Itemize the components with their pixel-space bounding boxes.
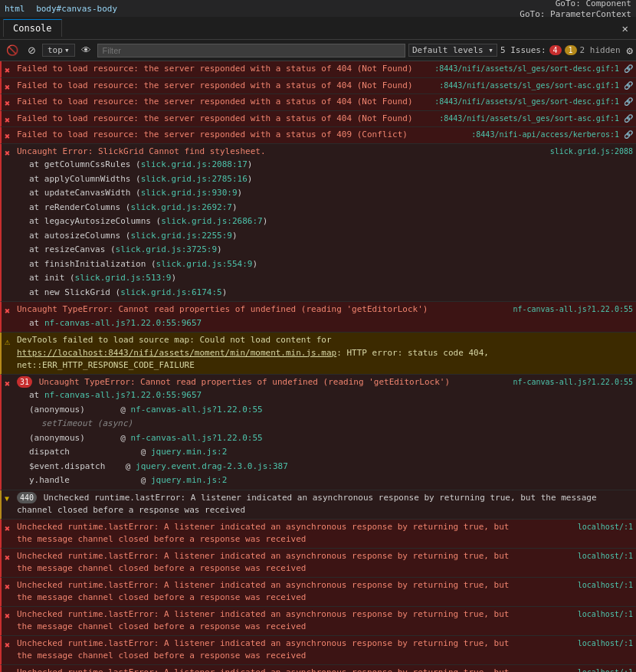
stacktrace-line: $event.dispatch @ jquery.event.drag-2.3.… xyxy=(29,460,633,474)
error-message: Failed to load resource: the server resp… xyxy=(17,113,413,123)
triangle-icon: ▼ xyxy=(5,493,9,504)
stacktrace-link[interactable]: slick.grid.js:2686:7 xyxy=(161,216,262,226)
error-icon: ✖ xyxy=(5,638,10,652)
stacktrace-link[interactable]: slick.grid.js:513:9 xyxy=(75,273,172,283)
error-link[interactable]: :8443/nifi/assets/sl_ges/sort-asc.gif:1 … xyxy=(439,113,633,124)
breadcrumb-sep xyxy=(28,4,34,14)
error-message: Uncaught TypeError: Cannot read properti… xyxy=(39,377,450,387)
repeat-count-badge: 31 xyxy=(17,376,32,388)
stacktrace-link[interactable]: slick.grid.js:2255:9 xyxy=(130,231,231,241)
default-levels-selector[interactable]: Default levels ▾ xyxy=(408,44,497,57)
stacktrace-line: at finishInitialization (slick.grid.js:5… xyxy=(29,257,633,272)
breadcrumb-html[interactable]: html xyxy=(5,4,25,14)
log-entry-404-1: ✖ Failed to load resource: the server re… xyxy=(0,61,636,78)
console-content: ✖ Failed to load resource: the server re… xyxy=(0,61,636,672)
preserve-log-button[interactable]: 👁 xyxy=(78,43,94,57)
devtools-header: Console ✕ xyxy=(0,17,636,40)
error-message: Unchecked runtime.lastError: A listener … xyxy=(17,580,509,590)
error-link[interactable]: localhost/:1 xyxy=(578,667,633,673)
goto-component[interactable]: GoTo: Component xyxy=(556,0,631,8)
stacktrace: at getColumnCssRules (slick.grid.js:2088… xyxy=(17,158,633,300)
error-link[interactable]: localhost/:1 xyxy=(578,608,633,620)
log-entry-409: ✖ Failed to load resource: the server re… xyxy=(0,127,636,144)
goto-parameter-context[interactable]: GoTo: ParameterContext xyxy=(520,9,631,19)
console-tab[interactable]: Console xyxy=(3,19,62,37)
error-link[interactable]: localhost/:1 xyxy=(578,579,633,591)
error-message: Failed to load resource: the server resp… xyxy=(17,80,413,90)
log-entry-slickgrid: ✖ Uncaught Error: SlickGrid Cannot find … xyxy=(0,144,636,303)
log-entry-runtime-3: ✖ Unchecked runtime.lastError: A listene… xyxy=(0,578,636,607)
error-link[interactable]: slick.grid.js:2088 xyxy=(550,146,633,157)
error-link[interactable]: :8443/nifi/assets/sl_ges/sort-desc.gif:1… xyxy=(434,96,633,107)
error-link[interactable]: localhost/:1 xyxy=(578,521,633,533)
close-button[interactable]: ✕ xyxy=(618,22,633,34)
error-icon: ✖ xyxy=(5,667,10,673)
filter-input[interactable] xyxy=(97,44,405,57)
log-entry-404-2: ✖ Failed to load resource: the server re… xyxy=(0,78,636,95)
stacktrace-link[interactable]: nf-canvas-all.js?1.22.0:55 xyxy=(130,405,262,415)
stacktrace-line: at init (slick.grid.js:513:9) xyxy=(29,271,633,286)
log-entry-typeerror-31: ✖ 31 Uncaught TypeError: Cannot read pro… xyxy=(0,375,636,490)
stacktrace-line: (anonymous) @ nf-canvas-all.js?1.22.0:55 xyxy=(29,431,633,446)
stacktrace-link[interactable]: jquery.min.js:2 xyxy=(151,475,227,485)
error-message: Unchecked runtime.lastError: A listener … xyxy=(17,522,509,532)
error-message: Unchecked runtime.lastError: A listener … xyxy=(17,551,509,561)
chevron-down-icon: ▾ xyxy=(64,45,70,55)
error-second-line: the message channel closed before a resp… xyxy=(17,533,633,546)
stacktrace-link[interactable]: slick.grid.js:6174:5 xyxy=(120,287,221,297)
log-entry-runtime-4: ✖ Unchecked runtime.lastError: A listene… xyxy=(0,607,636,636)
error-icon: ✖ xyxy=(5,97,10,110)
hidden-count-badge: 2 hidden xyxy=(580,45,621,55)
error-link[interactable]: :8443/nifi/assets/sl_ges/sort-asc.gif:1 … xyxy=(439,80,633,91)
stacktrace-line: at applyColumnWidths (slick.grid.js:2785… xyxy=(29,172,633,187)
warn-count-badge[interactable]: 1 xyxy=(565,45,577,55)
error-link[interactable]: :8443/nifi-api/access/kerberos:1 🔗 xyxy=(471,129,633,140)
breadcrumb-body[interactable]: body#canvas-body xyxy=(36,4,117,14)
error-link[interactable]: nf-canvas-all.js?1.22.0:55 xyxy=(513,303,633,315)
stacktrace-line: (anonymous) @ nf-canvas-all.js?1.22.0:55 xyxy=(29,403,633,418)
stacktrace-line: dispatch @ jquery.min.js:2 xyxy=(29,445,633,460)
stacktrace-link[interactable]: slick.grid.js:2088:17 xyxy=(141,159,248,169)
stacktrace-line: at reRenderColumns (slick.grid.js:2692:7… xyxy=(29,201,633,215)
stacktrace-line: at getColumnCssRules (slick.grid.js:2088… xyxy=(29,158,633,172)
error-message: Uncaught TypeError: Cannot read properti… xyxy=(17,304,428,314)
stacktrace-line: at autosizeColumns (slick.grid.js:2255:9… xyxy=(29,229,633,244)
error-second-line: the message channel closed before a resp… xyxy=(17,592,633,605)
stacktrace-line: at updateCanvasWidth (slick.grid.js:930:… xyxy=(29,186,633,201)
settings-gear-icon[interactable]: ⚙ xyxy=(627,44,633,57)
stacktrace-link[interactable]: jquery.min.js:2 xyxy=(151,447,227,457)
stacktrace-link[interactable]: slick.grid.js:2785:16 xyxy=(141,174,248,184)
stacktrace-link[interactable]: nf-canvas-all.js?1.22.0:55:9657 xyxy=(44,390,202,400)
error-link[interactable]: localhost/:1 xyxy=(578,638,633,649)
default-levels-label: Default levels xyxy=(412,45,484,55)
filter-toggle-button[interactable]: ⊘ xyxy=(25,43,39,57)
stacktrace-link[interactable]: nf-canvas-all.js?1.22.0:55 xyxy=(130,433,262,443)
error-count-badge[interactable]: 4 xyxy=(549,45,562,55)
stacktrace-link[interactable]: slick.grid.js:2692:7 xyxy=(130,202,231,212)
stacktrace-line: at legacyAutosizeColumns (slick.grid.js:… xyxy=(29,215,633,229)
clear-console-button[interactable]: 🚫 xyxy=(3,43,21,57)
sourcemap-link[interactable]: https://localhost:8443/nifi/assets/momen… xyxy=(17,348,336,358)
error-link[interactable]: localhost/:1 xyxy=(578,550,633,562)
top-label-text: top xyxy=(48,45,63,55)
warn-message: DevTools failed to load source map: Coul… xyxy=(17,335,489,370)
stacktrace-link[interactable]: jquery.event.drag-2.3.0.js:387 xyxy=(136,461,288,471)
error-icon: ✖ xyxy=(5,146,10,160)
stacktrace-link[interactable]: slick.grid.js:3725:9 xyxy=(116,244,217,254)
log-entry-runtime-6: ✖ Unchecked runtime.lastError: A listene… xyxy=(0,665,636,673)
stacktrace-link[interactable]: slick.grid.js:554:9 xyxy=(156,259,253,269)
repeat-count-badge: 440 xyxy=(17,492,37,503)
stacktrace-line: at resizeCanvas (slick.grid.js:3725:9) xyxy=(29,243,633,257)
error-message: Unchecked runtime.lastError: A listener … xyxy=(17,609,509,619)
error-link[interactable]: :8443/nifi/assets/sl_ges/sort-desc.gif:1… xyxy=(434,63,633,74)
toolbar: 🚫 ⊘ top ▾ 👁 Default levels ▾ 5 Issues: 4… xyxy=(0,40,636,61)
log-entry-404-3: ✖ Failed to load resource: the server re… xyxy=(0,94,636,111)
stacktrace: at nf-canvas-all.js?1.22.0:55:9657 xyxy=(17,316,633,331)
error-icon: ✖ xyxy=(5,609,10,623)
error-message: Failed to load resource: the server resp… xyxy=(17,129,408,139)
log-entry-sourcemap-warn: ⚠ DevTools failed to load source map: Co… xyxy=(0,333,636,375)
error-link[interactable]: nf-canvas-all.js?1.22.0:55 xyxy=(513,376,633,388)
stacktrace-link[interactable]: slick.grid.js:930:9 xyxy=(141,188,238,198)
top-context-selector[interactable]: top ▾ xyxy=(42,44,75,57)
stacktrace-link[interactable]: nf-canvas-all.js?1.22.0:55:9657 xyxy=(44,318,202,328)
